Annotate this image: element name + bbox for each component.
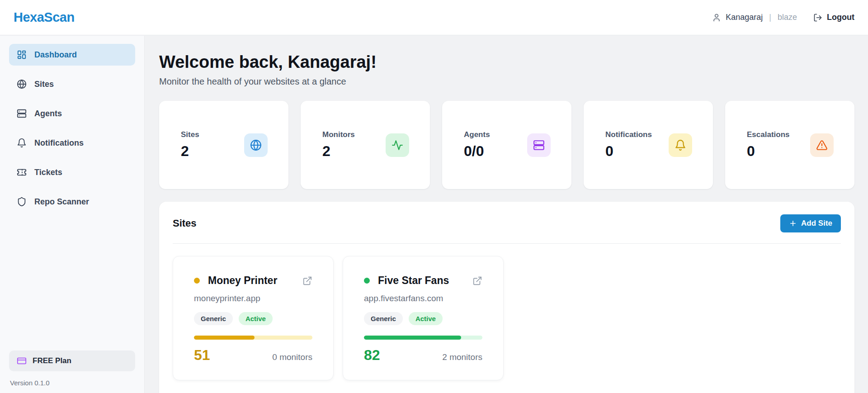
site-card-five-star-fans[interactable]: Five Star Fans app.fivestarfans.com Gene… (343, 256, 504, 380)
type-badge: Generic (364, 312, 403, 325)
sidebar-item-agents[interactable]: Agents (9, 103, 135, 124)
activity-icon (386, 133, 409, 157)
site-domain: moneyprinter.app (194, 294, 312, 303)
user-name: Kanagaraj (726, 13, 763, 22)
bell-icon (669, 133, 692, 157)
stat-value: 2 (322, 143, 355, 160)
page-title: Welcome back, Kanagaraj! (159, 52, 854, 72)
site-name: Money Printer (208, 275, 302, 287)
stat-value: 2 (181, 143, 199, 160)
sites-panel: Sites Add Site Money Printer moneyprinte… (159, 202, 854, 393)
stat-label: Escalations (747, 130, 790, 139)
add-site-button[interactable]: Add Site (780, 214, 841, 232)
logout-button[interactable]: Logout (813, 13, 854, 22)
plan-label: FREE Plan (33, 356, 71, 365)
stats-row: Sites 2 Monitors 2 Agents 0/0 (159, 101, 854, 189)
health-progress-fill (194, 336, 255, 340)
stat-label: Notifications (605, 130, 652, 139)
workspace-name: blaze (778, 13, 797, 22)
dashboard-icon (17, 50, 27, 60)
health-score: 82 (364, 347, 380, 364)
globe-icon (17, 79, 27, 89)
sites-section-title: Sites (173, 218, 197, 229)
external-link-icon[interactable] (302, 276, 312, 286)
sidebar-item-label: Dashboard (34, 50, 77, 60)
server-icon (17, 109, 27, 118)
bell-icon (17, 138, 27, 148)
server-icon (527, 133, 551, 157)
divider (173, 243, 841, 244)
status-badge: Active (239, 312, 273, 325)
sidebar-item-label: Tickets (34, 168, 62, 177)
stat-card-agents: Agents 0/0 (442, 101, 571, 189)
main-content: Welcome back, Kanagaraj! Monitor the hea… (145, 36, 868, 393)
version-label: Version 0.1.0 (9, 379, 135, 387)
status-dot (364, 278, 370, 284)
stat-label: Agents (464, 130, 490, 139)
sidebar-item-label: Repo Scanner (34, 197, 89, 207)
stat-label: Monitors (322, 130, 355, 139)
sidebar: Dashboard Sites Agents Notifications Tic… (0, 36, 145, 393)
status-dot (194, 278, 200, 284)
user-separator: | (769, 13, 771, 22)
sidebar-item-label: Agents (34, 109, 62, 118)
logout-icon (813, 13, 822, 22)
health-progress-track (364, 336, 482, 340)
plan-badge[interactable]: FREE Plan (9, 350, 135, 371)
health-score: 51 (194, 347, 210, 364)
sidebar-item-tickets[interactable]: Tickets (9, 161, 135, 183)
credit-card-icon (17, 356, 27, 366)
site-domain: app.fivestarfans.com (364, 294, 482, 303)
stat-value: 0 (605, 143, 652, 160)
globe-icon (244, 133, 268, 157)
stat-card-notifications: Notifications 0 (584, 101, 713, 189)
stat-card-monitors: Monitors 2 (301, 101, 430, 189)
page-subtitle: Monitor the health of your websites at a… (159, 76, 854, 87)
stat-label: Sites (181, 130, 199, 139)
external-link-icon[interactable] (472, 276, 482, 286)
sidebar-item-dashboard[interactable]: Dashboard (9, 44, 135, 66)
top-header: HexaScan Kanagaraj | blaze Logout (0, 0, 868, 35)
site-cards-row: Money Printer moneyprinter.app Generic A… (173, 256, 841, 380)
sidebar-item-label: Notifications (34, 138, 84, 148)
sidebar-item-notifications[interactable]: Notifications (9, 132, 135, 154)
stat-value: 0/0 (464, 143, 490, 160)
health-progress-track (194, 336, 312, 340)
add-site-label: Add Site (801, 219, 832, 228)
monitors-count: 2 monitors (442, 352, 482, 362)
sidebar-item-sites[interactable]: Sites (9, 73, 135, 95)
stat-card-escalations: Escalations 0 (725, 101, 854, 189)
alert-triangle-icon (810, 133, 834, 157)
stat-card-sites: Sites 2 (159, 101, 288, 189)
monitors-count: 0 monitors (272, 352, 312, 362)
health-progress-fill (364, 336, 461, 340)
site-name: Five Star Fans (378, 275, 472, 287)
brand-logo[interactable]: HexaScan (14, 10, 75, 25)
status-badge: Active (409, 312, 443, 325)
sidebar-item-label: Sites (34, 80, 54, 89)
type-badge: Generic (194, 312, 233, 325)
plus-icon (789, 219, 797, 227)
sidebar-item-repo-scanner[interactable]: Repo Scanner (9, 191, 135, 213)
site-card-money-printer[interactable]: Money Printer moneyprinter.app Generic A… (173, 256, 334, 380)
stat-value: 0 (747, 143, 790, 160)
shield-icon (17, 197, 27, 207)
user-icon (712, 13, 721, 22)
logout-label: Logout (827, 13, 854, 22)
user-menu[interactable]: Kanagaraj | blaze (712, 13, 797, 22)
ticket-icon (17, 167, 27, 177)
